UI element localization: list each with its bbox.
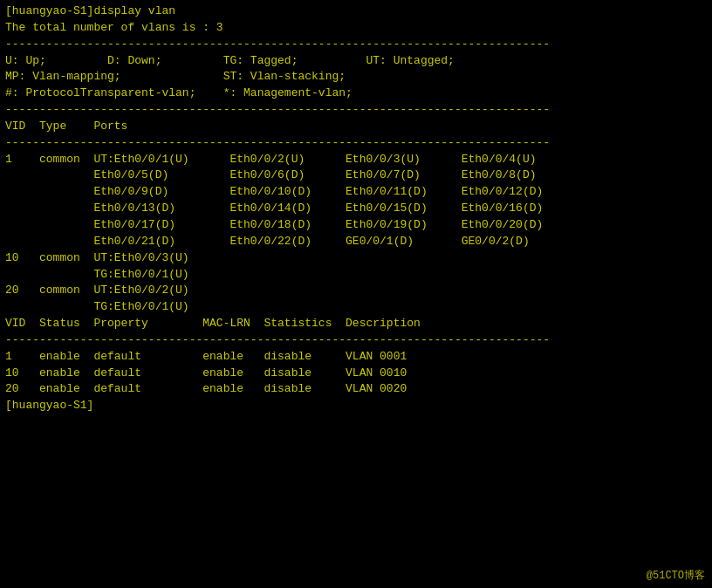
terminal-line: [huangyao-S1] bbox=[5, 398, 707, 414]
terminal-window: [huangyao-S1]display vlanThe total numbe… bbox=[0, 0, 712, 588]
terminal-line: Eth0/0/13(D) Eth0/0/14(D) Eth0/0/15(D) E… bbox=[5, 201, 707, 217]
terminal-line: Eth0/0/17(D) Eth0/0/18(D) Eth0/0/19(D) E… bbox=[5, 217, 707, 234]
terminal-line: #: ProtocolTransparent-vlan; *: Manageme… bbox=[5, 85, 707, 102]
terminal-line: Eth0/0/5(D) Eth0/0/6(D) Eth0/0/7(D) Eth0… bbox=[5, 168, 707, 184]
terminal-line: ----------------------------------------… bbox=[5, 135, 707, 152]
terminal-line: 10 enable default enable disable VLAN 00… bbox=[5, 366, 707, 382]
terminal-line: 1 common UT:Eth0/0/1(U) Eth0/0/2(U) Eth0… bbox=[5, 152, 707, 168]
terminal-content: [huangyao-S1]display vlanThe total numbe… bbox=[5, 3, 707, 414]
terminal-line: 20 enable default enable disable VLAN 00… bbox=[5, 381, 707, 398]
terminal-line: 10 common UT:Eth0/0/3(U) bbox=[5, 250, 707, 267]
terminal-line: MP: Vlan-mapping; ST: Vlan-stacking; bbox=[5, 69, 707, 85]
terminal-line: Eth0/0/9(D) Eth0/0/10(D) Eth0/0/11(D) Et… bbox=[5, 184, 707, 201]
terminal-line: The total number of vlans is : 3 bbox=[5, 20, 707, 37]
terminal-line: VID Status Property MAC-LRN Statistics D… bbox=[5, 316, 707, 332]
watermark: @51CTO博客 bbox=[647, 568, 705, 583]
terminal-line: 20 common UT:Eth0/0/2(U) bbox=[5, 283, 707, 299]
terminal-line: ----------------------------------------… bbox=[5, 37, 707, 53]
terminal-line: ----------------------------------------… bbox=[5, 102, 707, 119]
terminal-line: [huangyao-S1]display vlan bbox=[5, 3, 707, 20]
terminal-line: TG:Eth0/0/1(U) bbox=[5, 267, 707, 284]
terminal-line: 1 enable default enable disable VLAN 000… bbox=[5, 349, 707, 366]
terminal-line: Eth0/0/21(D) Eth0/0/22(D) GE0/0/1(D) GE0… bbox=[5, 234, 707, 250]
terminal-line: TG:Eth0/0/1(U) bbox=[5, 299, 707, 316]
terminal-line: ----------------------------------------… bbox=[5, 332, 707, 349]
terminal-line: U: Up; D: Down; TG: Tagged; UT: Untagged… bbox=[5, 53, 707, 70]
terminal-line: VID Type Ports bbox=[5, 119, 707, 135]
